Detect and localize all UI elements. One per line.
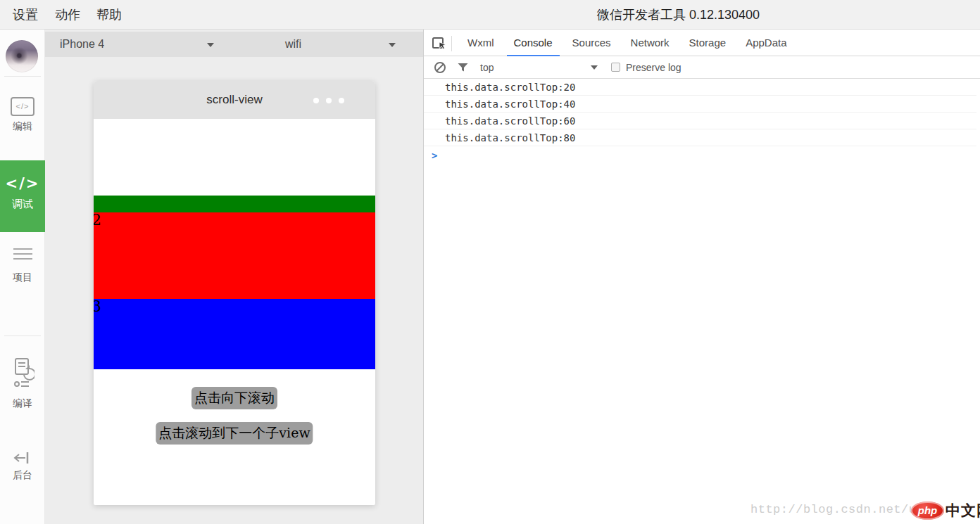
title-bar: 设置 动作 帮助 微信开发者工具 0.12.130400	[0, 0, 980, 30]
sidebar-divider	[4, 336, 41, 336]
user-avatar[interactable]	[6, 40, 38, 72]
project-menu-icon	[13, 245, 32, 263]
device-bar: iPhone 4 wifi	[45, 32, 423, 57]
watermark-url-text: http://blog.csdn.net/u0	[750, 503, 924, 516]
sidebar: </> 编辑 </> 调试 项目 编译 后台	[0, 30, 45, 524]
scroll-block-blue[interactable]: 3	[94, 299, 375, 369]
execution-context-selector[interactable]: top	[480, 56, 603, 79]
sidebar-divider	[4, 76, 41, 77]
scroll-block-red[interactable]: 2	[94, 212, 375, 299]
menu-help[interactable]: 帮助	[92, 0, 126, 30]
sidebar-item-label: 编辑	[0, 120, 45, 133]
console-toolbar: top Preserve log	[424, 56, 980, 79]
phone-preview: scroll-view 2 3 点击向下滚动 点击滚动到下一个子view	[94, 81, 375, 505]
chevron-down-icon[interactable]	[207, 43, 214, 47]
console-log-entry[interactable]: this.data.scrollTop:40	[424, 96, 976, 113]
preserve-log-checkbox[interactable]	[611, 63, 620, 72]
sidebar-item-background[interactable]: 后台	[0, 450, 45, 495]
app-title: 微信开发者工具 0.12.130400	[597, 0, 760, 30]
device-selector-value: iPhone 4	[60, 38, 104, 50]
code-editor-icon: </>	[11, 97, 34, 116]
console-log-entry[interactable]: this.data.scrollTop:80	[424, 129, 976, 146]
devtools-panel: Wxml Console Sources Network Storage App…	[423, 30, 980, 524]
sidebar-item-label: 项目	[0, 271, 45, 284]
compile-icon	[11, 357, 34, 394]
tab-storage[interactable]: Storage	[682, 30, 734, 56]
background-icon	[12, 450, 33, 466]
devtools-tab-bar: Wxml Console Sources Network Storage App…	[424, 30, 980, 56]
tab-network[interactable]: Network	[624, 30, 677, 56]
watermark: http://blog.csdn.net/u0 php 中文网	[750, 500, 980, 523]
block-number: 2	[94, 212, 101, 229]
tab-wxml[interactable]: Wxml	[460, 30, 501, 56]
sidebar-item-edit[interactable]: </> 编辑	[0, 97, 45, 143]
menu-settings[interactable]: 设置	[8, 0, 42, 30]
sidebar-item-label: 调试	[0, 198, 45, 211]
sidebar-item-compile[interactable]: 编译	[0, 357, 45, 422]
tab-sources[interactable]: Sources	[565, 30, 618, 56]
tab-appdata[interactable]: AppData	[739, 30, 793, 56]
scroll-down-button[interactable]: 点击向下滚动	[191, 387, 277, 409]
console-log-entry[interactable]: this.data.scrollTop:20	[424, 79, 976, 96]
block-number: 3	[94, 299, 101, 315]
chevron-down-icon[interactable]	[591, 65, 598, 70]
php-cn-logo: php 中文网	[911, 500, 980, 521]
filter-icon[interactable]	[457, 62, 469, 73]
scroll-block-green[interactable]	[94, 196, 375, 212]
clear-console-icon[interactable]	[434, 62, 446, 73]
tabbar-separator	[451, 36, 452, 51]
preserve-log-control: Preserve log	[611, 56, 681, 79]
php-badge-icon: php	[911, 501, 944, 520]
sidebar-item-debug[interactable]: </> 调试	[0, 160, 45, 232]
tab-console[interactable]: Console	[507, 30, 560, 56]
menu-action[interactable]: 动作	[51, 0, 84, 30]
chevron-down-icon[interactable]	[389, 43, 396, 47]
debug-icon: </>	[0, 175, 45, 192]
sidebar-item-label: 后台	[0, 469, 45, 482]
devtools-tabs: Wxml Console Sources Network Storage App…	[460, 30, 800, 56]
console-log-entry[interactable]: this.data.scrollTop:60	[424, 113, 976, 129]
site-name-text: 中文网	[946, 501, 980, 520]
phone-nav-bar: scroll-view	[94, 81, 375, 119]
sidebar-item-project[interactable]: 项目	[0, 245, 45, 291]
scroll-to-next-view-button[interactable]: 点击滚动到下一个子view	[156, 422, 313, 445]
phone-menu-dots-icon[interactable]	[313, 98, 357, 103]
inspect-element-icon[interactable]	[431, 35, 448, 52]
console-prompt-icon[interactable]: >	[432, 150, 437, 161]
preserve-log-label: Preserve log	[626, 62, 681, 73]
sidebar-item-label: 编译	[0, 397, 45, 410]
